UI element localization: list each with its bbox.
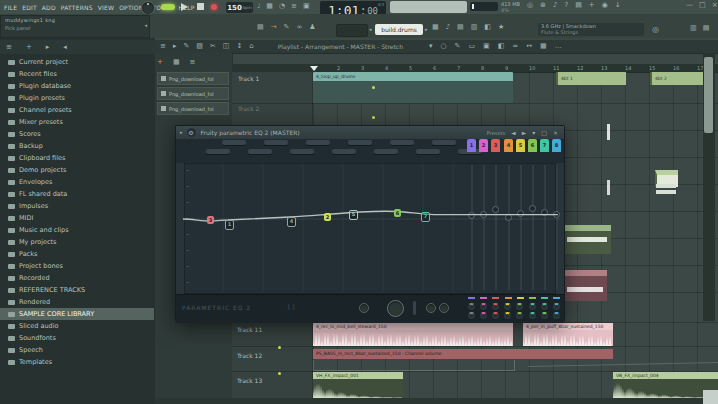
browser-item-fl-shared-data[interactable]: FL shared data	[0, 188, 154, 200]
eq-band-q-knob[interactable]	[541, 312, 548, 319]
main-volume-knob[interactable]	[141, 1, 155, 15]
eq-band-tab-2[interactable]: 2	[479, 139, 488, 152]
midi-icon[interactable]: ♪	[553, 2, 557, 9]
browser-item-demo-projects[interactable]: Demo projects	[0, 164, 154, 176]
panel-icon-a[interactable]: ▥	[690, 25, 697, 32]
eq-band-gain-knob[interactable]	[553, 303, 560, 310]
eq-band-q-knob[interactable]	[504, 312, 511, 319]
playlist-position-slider[interactable]	[470, 2, 498, 11]
browser-item-soundfonts[interactable]: Soundfonts	[0, 332, 154, 344]
plugin-gear-icon[interactable]: ⚙	[187, 128, 196, 137]
menu-item-file[interactable]: FILE	[4, 4, 17, 11]
eq-band-type-pill[interactable]	[306, 140, 330, 145]
playlist-toggle-icon[interactable]: ▦	[432, 24, 439, 31]
eq-band-gain-knob[interactable]	[492, 303, 499, 310]
eq-band-slider-track[interactable]	[520, 165, 522, 290]
eq-band-slider-knob[interactable]	[505, 214, 512, 221]
eq-band-slider-knob[interactable]	[529, 205, 536, 212]
eq-band-type-pill[interactable]	[222, 140, 246, 145]
browser-item-sample-core-library[interactable]: SAMPLE CORE LIBRARY	[0, 308, 154, 320]
loop-icon[interactable]: ∞	[296, 24, 302, 31]
eq-band-width-pill[interactable]	[416, 149, 440, 154]
eq-band-gain-knob[interactable]	[504, 303, 511, 310]
circle-paint-icon[interactable]: ○	[440, 43, 446, 50]
record-button[interactable]	[211, 4, 217, 10]
browser-item-scores[interactable]: Scores	[0, 128, 154, 140]
snap-icon[interactable]: ▾	[429, 43, 433, 50]
save-icon[interactable]: ▤	[257, 24, 264, 31]
eq-lp-knob[interactable]	[426, 303, 436, 313]
audio-clip[interactable]: 4_per_in_puff_8bar_sustained_150	[523, 323, 613, 346]
eq-hp-knob[interactable]	[359, 303, 369, 313]
playlist-menu-icon[interactable]: ≡	[160, 43, 166, 50]
playlist-titlebar[interactable]: ≡▸✎▨✂◫↕⌂ Playlist - Arrangement - MASTER…	[155, 40, 718, 54]
playhead-marker[interactable]	[310, 66, 318, 71]
eq-band-order-slider[interactable]	[413, 301, 416, 315]
browser-item-reference-tracks[interactable]: REFERENCE TRACKS	[0, 284, 154, 296]
pattern-next-icon[interactable]: ▸	[425, 27, 428, 32]
track-header-1[interactable]: Track 1	[238, 76, 259, 83]
channel-rack-toggle-icon[interactable]: ▤	[457, 24, 464, 31]
eq-mix-knob[interactable]	[439, 303, 449, 313]
eq-band-marker-1[interactable]: 1	[225, 220, 234, 230]
eq-band-slider-track[interactable]	[483, 165, 485, 290]
menu-item-view[interactable]: VIEW	[98, 4, 114, 11]
panel-icon-b[interactable]: ▤	[703, 25, 710, 32]
audio-clip[interactable]: 4_loop_up_drums	[313, 72, 513, 103]
center-playback-icon[interactable]: ▤	[575, 2, 582, 9]
eq-band-tab-4[interactable]: 4	[504, 139, 513, 152]
browser-item-current-project[interactable]: Current project	[0, 56, 154, 68]
corner-resize-box[interactable]	[703, 390, 718, 404]
menu-item-patterns[interactable]: PATTERNS	[61, 4, 93, 11]
browser-item-clipboard-files[interactable]: Clipboard files	[0, 152, 154, 164]
preview-spinner-icon[interactable]: ◂	[144, 23, 147, 28]
browser-menu-icon[interactable]: ≡	[6, 44, 12, 51]
wait-input-icon[interactable]: ▦	[266, 3, 273, 10]
sample-preview-box[interactable]: muddywings1 kng Pick panel ◂	[0, 15, 150, 38]
multi-select-icon[interactable]: ▦	[540, 43, 547, 50]
play-button[interactable]	[181, 3, 188, 11]
browser-item-plugin-presets[interactable]: Plugin presets	[0, 92, 154, 104]
eq-presets-label[interactable]: Presets	[487, 130, 505, 136]
plugin-icon[interactable]: ♟	[309, 24, 315, 31]
picker-file[interactable]: Png_download_fol	[157, 72, 229, 85]
eq-band-slider-track[interactable]	[495, 165, 497, 290]
browser-item-recent-files[interactable]: Recent files	[0, 68, 154, 80]
eq-band-width-pill[interactable]	[374, 149, 398, 154]
automation-clip[interactable]: P5_BASS_ln_rect_8bar_sustained_150 - Cha…	[313, 349, 613, 359]
picker-grid-icon[interactable]: ▦	[173, 59, 180, 66]
eq-band-slider-track[interactable]	[471, 165, 473, 290]
playlist-vscrollbar[interactable]	[703, 53, 715, 321]
eq-band-slider-track[interactable]	[532, 165, 534, 290]
pattern-song-switch[interactable]	[161, 4, 175, 10]
browser-item-project-bones[interactable]: Project bones	[0, 260, 154, 272]
zoom-tool-icon[interactable]: ↕	[236, 43, 242, 50]
stretch-icon[interactable]: ↔	[526, 43, 532, 50]
eq-band-q-knob[interactable]	[516, 312, 523, 319]
eq-band-q-knob[interactable]	[468, 312, 475, 319]
eq-band-type-pill[interactable]	[264, 140, 288, 145]
automation-region[interactable]	[313, 360, 515, 371]
eq-bracket-icon[interactable]: [ ]	[288, 304, 295, 310]
menu-item-edit[interactable]: EDIT	[22, 4, 37, 11]
bottom-strip[interactable]	[155, 398, 718, 404]
picker-add-icon[interactable]: +	[157, 59, 163, 66]
browser-item-recorded[interactable]: Recorded	[0, 272, 154, 284]
eq-display[interactable]	[184, 163, 556, 294]
eq-band-gain-knob[interactable]	[480, 303, 487, 310]
eq-main-level-knob[interactable]	[387, 300, 404, 317]
plugin-menu-icon[interactable]: ▾	[532, 130, 535, 136]
browser-item-plugin-database[interactable]: Plugin database	[0, 80, 154, 92]
eq-band-tab-8[interactable]: 8	[552, 139, 561, 152]
eq-band-tab-3[interactable]: 3	[491, 139, 500, 152]
slice-tool-icon[interactable]: ✂	[210, 43, 216, 50]
eq-band-marker-5[interactable]: 5	[349, 210, 358, 220]
blend-notes-icon[interactable]: ≡	[291, 3, 297, 10]
export-icon[interactable]: →	[271, 24, 277, 31]
browser-item-templates[interactable]: Templates	[0, 356, 154, 368]
smooth-icon[interactable]: ≈	[512, 43, 518, 50]
track-header-12[interactable]: Track 12	[237, 353, 262, 360]
track-mute-led[interactable]	[372, 116, 375, 119]
preset-next-icon[interactable]: ►	[522, 130, 527, 136]
picker-menu-icon[interactable]: ≡	[190, 59, 196, 66]
